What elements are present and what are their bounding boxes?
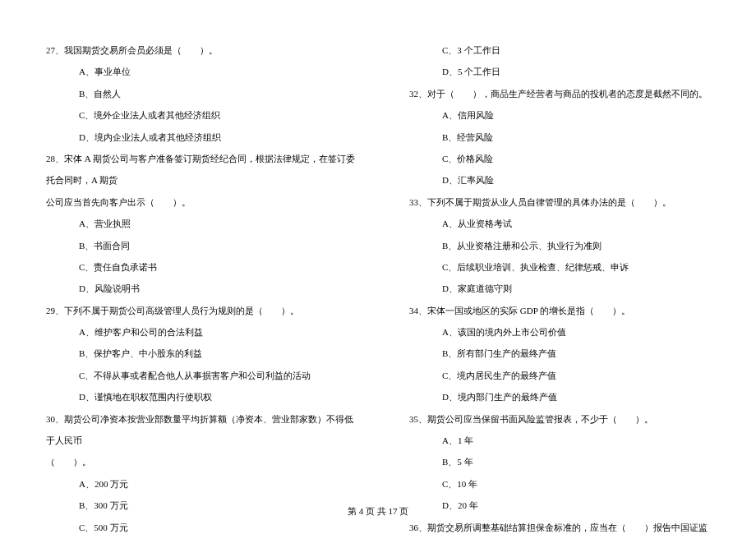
answer-option: B、自然人 bbox=[46, 83, 360, 104]
answer-option: D、谨慎地在职权范围内行使职权 bbox=[46, 386, 360, 407]
answer-option: C、500 万元 bbox=[46, 517, 360, 534]
answer-option: B、从业资格注册和公示、执业行为准则 bbox=[409, 235, 723, 256]
question-text: 30、期货公司净资本按营业部数量平均折算额（净资本、营业部家数）不得低于人民币 bbox=[46, 408, 360, 452]
answer-option: A、从业资格考试 bbox=[409, 213, 723, 234]
answer-option: A、营业执照 bbox=[46, 213, 360, 234]
answer-option: A、1 年 bbox=[409, 430, 723, 451]
answer-option: D、境内企业法人或者其他经济组织 bbox=[46, 127, 360, 148]
answer-option: A、该国的境内外上市公司价值 bbox=[409, 321, 723, 343]
answer-option: C、3 个工作日 bbox=[409, 39, 723, 61]
answer-option: D、风险说明书 bbox=[46, 278, 360, 299]
question-text: 27、我国期货交易所会员必须是（ ）。 bbox=[46, 39, 360, 61]
question-text: 35、期货公司应当保留书面风险监管报表，不少于（ ）。 bbox=[409, 408, 723, 430]
answer-option: B、5 年 bbox=[409, 451, 723, 472]
answer-option: C、境内居民生产的最终产值 bbox=[409, 365, 723, 386]
question-continuation: （ ）。 bbox=[46, 451, 360, 472]
answer-option: A、200 万元 bbox=[46, 473, 360, 495]
answer-option: B、书面合同 bbox=[46, 235, 360, 256]
answer-option: D、家庭道德守则 bbox=[409, 278, 723, 299]
question-continuation: 公司应当首先向客户出示（ ）。 bbox=[46, 191, 360, 213]
question-text: 36、期货交易所调整基础结算担保金标准的，应当在（ ）报告中国证监会。 bbox=[409, 517, 723, 534]
answer-option: A、事业单位 bbox=[46, 61, 360, 82]
right-column: C、3 个工作日D、5 个工作日32、对于（ ），商品生产经营者与商品的投机者的… bbox=[409, 39, 723, 534]
answer-option: D、5 个工作日 bbox=[409, 61, 723, 82]
question-text: 33、下列不属于期货从业人员自律管理的具体办法的是（ ）。 bbox=[409, 191, 723, 213]
answer-option: C、价格风险 bbox=[409, 148, 723, 169]
answer-option: A、信用风险 bbox=[409, 104, 723, 126]
question-text: 32、对于（ ），商品生产经营者与商品的投机者的态度是截然不同的。 bbox=[409, 83, 723, 104]
question-text: 28、宋体 A 期货公司与客户准备签订期货经纪合同，根据法律规定，在签订委托合同… bbox=[46, 148, 360, 191]
answer-option: A、维护客户和公司的合法利益 bbox=[46, 321, 360, 343]
answer-option: D、境内部门生产的最终产值 bbox=[409, 386, 723, 407]
answer-option: C、不得从事或者配合他人从事损害客户和公司利益的活动 bbox=[46, 365, 360, 386]
page-footer: 第 4 页 共 17 页 bbox=[0, 505, 756, 518]
question-text: 29、下列不属于期货公司高级管理人员行为规则的是（ ）。 bbox=[46, 300, 360, 321]
left-column: 27、我国期货交易所会员必须是（ ）。A、事业单位B、自然人C、境外企业法人或者… bbox=[46, 39, 360, 534]
answer-option: B、所有部门生产的最终产值 bbox=[409, 343, 723, 364]
answer-option: C、境外企业法人或者其他经济组织 bbox=[46, 104, 360, 126]
question-text: 34、宋体一国或地区的实际 GDP 的增长是指（ ）。 bbox=[409, 300, 723, 321]
answer-option: C、10 年 bbox=[409, 473, 723, 495]
exam-content: 27、我国期货交易所会员必须是（ ）。A、事业单位B、自然人C、境外企业法人或者… bbox=[46, 39, 723, 534]
answer-option: B、经营风险 bbox=[409, 127, 723, 148]
answer-option: B、保护客户、中小股东的利益 bbox=[46, 343, 360, 364]
answer-option: C、责任自负承诺书 bbox=[46, 256, 360, 278]
answer-option: C、后续职业培训、执业检查、纪律惩戒、申诉 bbox=[409, 256, 723, 278]
answer-option: D、汇率风险 bbox=[409, 169, 723, 191]
